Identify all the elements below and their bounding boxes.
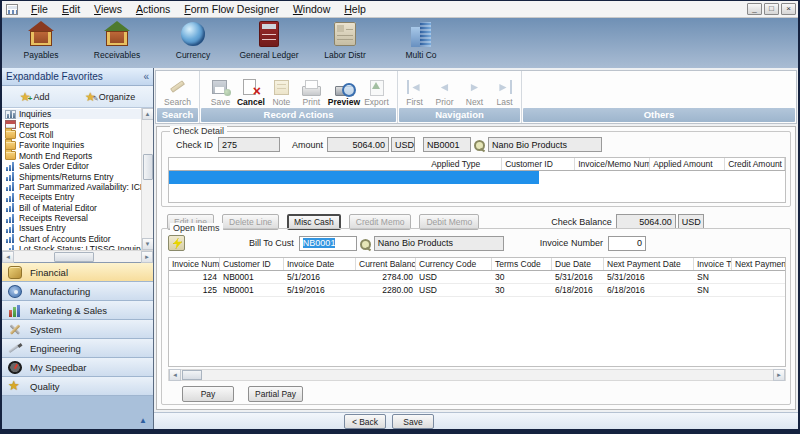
favorite-item[interactable]: Favorite Inquiries — [2, 140, 141, 150]
favorite-item[interactable]: Chart of Accounts Editor — [2, 234, 141, 244]
menu-item[interactable]: Actions — [129, 2, 177, 16]
toolbar-button[interactable]: Receivables — [88, 21, 146, 60]
scroll-left-icon[interactable]: ◄ — [2, 251, 14, 263]
pay-button[interactable]: Pay — [182, 386, 234, 402]
customer-id-field[interactable]: NB0001 — [423, 137, 471, 152]
collapse-up-icon[interactable]: ▲ — [139, 416, 147, 425]
collapse-sidebar-icon[interactable]: « — [143, 71, 149, 82]
organize-favorites-button[interactable]: ★ Organize — [85, 92, 135, 102]
menu-item[interactable]: Help — [337, 2, 373, 16]
open-items-horizontal-scrollbar[interactable]: ◄ ► — [168, 369, 786, 381]
favorite-item[interactable]: Inquiries — [2, 109, 141, 119]
ribbon-button[interactable]: First — [400, 72, 429, 108]
toolbar-button[interactable]: General Ledger — [240, 21, 298, 60]
column-header[interactable]: Due Date — [552, 258, 604, 270]
sidebar-section[interactable]: Engineering — [2, 339, 153, 358]
currency-field[interactable]: USD — [391, 137, 415, 152]
ribbon-button[interactable]: Cancel — [236, 72, 266, 108]
column-header[interactable]: Invoice Date — [284, 258, 356, 270]
scroll-left-icon[interactable]: ◄ — [169, 369, 181, 381]
toolbar-button[interactable]: Payables — [12, 21, 70, 60]
open-items-grid-body: 124 NB0001 5/1/2016 2784.00 USD 30 5/31/… — [169, 271, 785, 297]
scroll-right-icon[interactable]: ► — [773, 369, 785, 381]
customer-lookup-icon[interactable] — [473, 138, 486, 151]
column-header[interactable]: Invoice Number — [169, 258, 220, 270]
column-header[interactable]: Next Payment Amount — [732, 258, 786, 270]
column-header[interactable]: Invoice/Memo Number — [575, 158, 650, 170]
ribbon-button[interactable]: Export — [362, 72, 391, 108]
minimize-button[interactable]: _ — [747, 3, 762, 15]
favorite-item[interactable]: Receipts Entry — [2, 192, 141, 202]
invoice-number-field[interactable]: 0 — [608, 236, 646, 251]
ribbon-button[interactable]: Note — [267, 72, 296, 108]
ribbon-button[interactable]: Print — [297, 72, 326, 108]
scroll-down-icon[interactable]: ▼ — [142, 238, 154, 250]
auto-apply-lightning-button[interactable] — [168, 235, 185, 251]
invoice-row[interactable]: 124 NB0001 5/1/2016 2784.00 USD 30 5/31/… — [169, 271, 785, 284]
sidebar-section[interactable]: My Speedbar — [2, 358, 153, 377]
scrollbar-thumb[interactable] — [143, 154, 153, 180]
scrollbar-thumb[interactable] — [182, 370, 202, 380]
partial-pay-button[interactable]: Partial Pay — [248, 386, 303, 402]
favorite-item[interactable]: Month End Reports — [2, 151, 141, 161]
column-header[interactable]: Credit Amount — [725, 158, 785, 170]
column-header[interactable]: Customer ID — [220, 258, 284, 270]
bill-to-lookup-icon[interactable] — [359, 237, 372, 250]
sidebar-section[interactable]: Manufacturing — [2, 282, 153, 301]
selected-empty-row[interactable] — [169, 171, 539, 184]
column-header[interactable]: Next Payment Date — [604, 258, 694, 270]
ribbon-button[interactable]: Prior — [430, 72, 459, 108]
close-button[interactable]: × — [781, 3, 796, 15]
menu-item[interactable]: Window — [286, 2, 337, 16]
invoice-row[interactable]: 125 NB0001 5/19/2016 2280.00 USD 30 6/18… — [169, 284, 785, 297]
scroll-up-icon[interactable]: ▲ — [142, 108, 154, 120]
menu-item[interactable]: Edit — [55, 2, 87, 16]
add-favorite-button[interactable]: ★ Add — [20, 92, 50, 102]
favorite-item[interactable]: Shipments/Returns Entry — [2, 171, 141, 181]
ribbon-button[interactable]: Search — [163, 72, 192, 108]
favorites-panel: Inquiries Reports Cost Roll — [2, 108, 153, 263]
column-header[interactable]: Customer ID — [502, 158, 575, 170]
column-header[interactable]: Applied Type — [428, 158, 502, 170]
financial-money-icon — [8, 266, 22, 279]
manufacturing-gear-icon — [8, 285, 22, 298]
sidebar-section[interactable]: Financial — [2, 263, 153, 282]
favorite-item[interactable]: Bill of Material Editor — [2, 203, 141, 213]
favorite-item[interactable]: Cost Roll — [2, 130, 141, 140]
toolbar-button[interactable]: Labor Distr — [316, 21, 374, 60]
bill-to-field[interactable]: NB0001 — [299, 236, 357, 251]
favorites-vertical-scrollbar[interactable]: ▲ ▼ — [141, 108, 153, 250]
sidebar-section[interactable]: Quality — [2, 377, 153, 396]
scroll-right-icon[interactable]: ► — [141, 251, 153, 263]
favorites-horizontal-scrollbar[interactable]: ◄ ► — [2, 250, 153, 262]
check-id-field[interactable]: 275 — [218, 137, 280, 152]
toolbar-button[interactable]: Multi Co — [392, 21, 450, 60]
menu-item[interactable]: Form Flow Designer — [177, 2, 286, 16]
sidebar-section[interactable]: Marketing & Sales — [2, 301, 153, 320]
column-header[interactable]: Current Balance — [356, 258, 416, 270]
ribbon-button[interactable]: Save — [206, 72, 235, 108]
favorite-item[interactable]: Receipts Reversal — [2, 213, 141, 223]
sidebar-section[interactable]: System — [2, 320, 153, 339]
favorite-item[interactable]: Issues Entry — [2, 223, 141, 233]
ribbon-button[interactable]: Next — [460, 72, 489, 108]
column-header[interactable]: Applied Amount — [650, 158, 725, 170]
restore-button[interactable]: □ — [764, 3, 779, 15]
column-header[interactable]: Terms Code — [492, 258, 552, 270]
ribbon-button[interactable]: Preview — [327, 72, 361, 108]
back-button[interactable]: < Back — [344, 414, 386, 429]
toolbar-button-label: Multi Co — [405, 50, 436, 60]
save-button[interactable]: Save — [392, 414, 434, 429]
favorite-item[interactable]: Reports — [2, 119, 141, 129]
favorite-item-label: Cost Roll — [19, 130, 53, 140]
ribbon-button[interactable]: Last — [490, 72, 519, 108]
favorite-item[interactable]: Part Summarized Availability: ICISAC Inq — [2, 182, 141, 192]
scrollbar-thumb[interactable] — [54, 252, 94, 262]
toolbar-button[interactable]: Currency — [164, 21, 222, 60]
column-header[interactable]: Invoice Type — [694, 258, 732, 270]
favorite-item[interactable]: Sales Order Editor — [2, 161, 141, 171]
column-header[interactable]: Currency Code — [416, 258, 492, 270]
menu-item[interactable]: Views — [87, 2, 129, 16]
menu-item[interactable]: File — [24, 2, 55, 16]
amount-field[interactable]: 5064.00 — [327, 137, 389, 152]
